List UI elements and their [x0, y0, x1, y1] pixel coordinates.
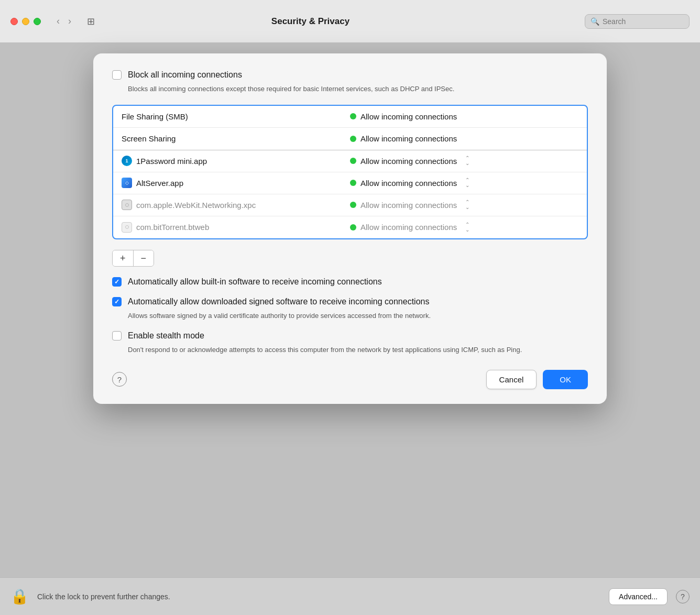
- table-row[interactable]: ⬡ com.bitTorrent.btweb Allow incoming co…: [113, 216, 587, 238]
- close-button[interactable]: [10, 18, 18, 25]
- status-label: Allow incoming connections: [360, 201, 457, 210]
- block-all-label: Block all incoming connections: [128, 70, 242, 80]
- status-help-button[interactable]: ?: [676, 590, 690, 603]
- app-name-screen-sharing: Screen Sharing: [122, 134, 350, 143]
- app-status-altserver: Allow incoming connections ⌃ ⌄: [350, 178, 578, 188]
- ok-button[interactable]: OK: [543, 370, 588, 389]
- app-name-1password: 1 1Password mini.app: [122, 156, 350, 166]
- firewall-dialog: Block all incoming connections Blocks al…: [93, 53, 607, 404]
- minimize-button[interactable]: [22, 18, 29, 25]
- add-remove-buttons: + −: [112, 250, 154, 267]
- app-status-1password: Allow incoming connections ⌃ ⌄: [350, 156, 578, 166]
- app-name-webkit: ⬡ com.apple.WebKit.Networking.xpc: [122, 200, 350, 210]
- footer-buttons: Cancel OK: [486, 370, 588, 389]
- stepper-bittorrent[interactable]: ⌃ ⌄: [465, 222, 469, 233]
- search-input[interactable]: [603, 17, 684, 26]
- block-all-checkbox[interactable]: [112, 70, 122, 80]
- auto-signed-label: Automatically allow downloaded signed so…: [128, 297, 429, 306]
- maximize-button[interactable]: [34, 18, 41, 25]
- system-apps-group: File Sharing (SMB) Allow incoming connec…: [113, 106, 587, 150]
- stepper-webkit[interactable]: ⌃ ⌄: [465, 200, 469, 210]
- status-dot: [350, 136, 356, 142]
- app-status-screen-sharing: Allow incoming connections: [350, 134, 578, 143]
- status-dot: [350, 202, 356, 208]
- dialog-footer: ? Cancel OK: [112, 370, 588, 389]
- auto-builtin-row: Automatically allow built-in software to…: [112, 277, 588, 287]
- auto-builtin-label: Automatically allow built-in software to…: [128, 277, 382, 287]
- search-box[interactable]: 🔍: [585, 14, 690, 29]
- block-all-section: Block all incoming connections Blocks al…: [112, 70, 588, 94]
- altserver-icon: ◇: [122, 178, 132, 188]
- bittorrent-icon: ⬡: [122, 222, 132, 233]
- table-row[interactable]: ⬡ com.apple.WebKit.Networking.xpc Allow …: [113, 194, 587, 216]
- status-dot: [350, 158, 356, 164]
- app-status-bittorrent: Allow incoming connections ⌃ ⌄: [350, 222, 578, 233]
- stealth-section: Enable stealth mode Don't respond to or …: [112, 331, 588, 355]
- status-label: Allow incoming connections: [360, 134, 457, 143]
- add-app-button[interactable]: +: [113, 250, 134, 266]
- 1password-icon: 1: [122, 156, 132, 166]
- table-row[interactable]: Screen Sharing Allow incoming connection…: [113, 128, 587, 150]
- status-bar-text: Click the lock to prevent further change…: [37, 592, 600, 601]
- auto-signed-row: Automatically allow downloaded signed so…: [112, 297, 588, 306]
- status-dot: [350, 180, 356, 186]
- help-button[interactable]: ?: [112, 372, 127, 387]
- app-name-altserver: ◇ AltServer.app: [122, 178, 350, 188]
- stepper-altserver[interactable]: ⌃ ⌄: [465, 178, 469, 188]
- remove-app-button[interactable]: −: [134, 250, 154, 266]
- stealth-description: Don't respond to or acknowledge attempts…: [128, 345, 588, 355]
- status-dot: [350, 113, 356, 119]
- block-all-description: Blocks all incoming connections except t…: [128, 84, 588, 94]
- auto-signed-checkbox[interactable]: [112, 297, 122, 306]
- stealth-row: Enable stealth mode: [112, 331, 588, 341]
- table-row[interactable]: 1 1Password mini.app Allow incoming conn…: [113, 150, 587, 172]
- auto-signed-section: Automatically allow downloaded signed so…: [112, 297, 588, 321]
- app-name-bittorrent: ⬡ com.bitTorrent.btweb: [122, 222, 350, 233]
- app-name-file-sharing: File Sharing (SMB): [122, 112, 350, 121]
- status-bar: 🔒 Click the lock to prevent further chan…: [0, 577, 700, 615]
- auto-signed-description: Allows software signed by a valid certif…: [128, 311, 588, 321]
- search-icon: 🔍: [590, 17, 599, 26]
- app-status-webkit: Allow incoming connections ⌃ ⌄: [350, 200, 578, 210]
- stealth-checkbox[interactable]: [112, 331, 122, 341]
- stealth-label: Enable stealth mode: [128, 331, 204, 341]
- app-status-file-sharing: Allow incoming connections: [350, 112, 578, 121]
- status-dot: [350, 224, 356, 230]
- status-label: Allow incoming connections: [360, 112, 457, 121]
- traffic-lights: [10, 18, 41, 25]
- main-content: Block all incoming connections Blocks al…: [0, 43, 700, 577]
- lock-icon[interactable]: 🔒: [10, 588, 29, 605]
- webkit-icon: ⬡: [122, 200, 132, 210]
- advanced-button[interactable]: Advanced...: [609, 588, 668, 605]
- cancel-button[interactable]: Cancel: [486, 370, 537, 389]
- status-label: Allow incoming connections: [360, 223, 457, 232]
- status-label: Allow incoming connections: [360, 157, 457, 166]
- block-all-row: Block all incoming connections: [112, 70, 588, 80]
- stepper-1password[interactable]: ⌃ ⌄: [465, 156, 469, 166]
- apps-list: File Sharing (SMB) Allow incoming connec…: [112, 105, 588, 239]
- status-label: Allow incoming connections: [360, 179, 457, 188]
- window-title: Security & Privacy: [45, 16, 576, 27]
- titlebar: ‹ › ⊞ Security & Privacy 🔍: [0, 0, 700, 43]
- auto-builtin-checkbox[interactable]: [112, 277, 122, 287]
- table-row[interactable]: ◇ AltServer.app Allow incoming connectio…: [113, 172, 587, 194]
- table-row[interactable]: File Sharing (SMB) Allow incoming connec…: [113, 106, 587, 128]
